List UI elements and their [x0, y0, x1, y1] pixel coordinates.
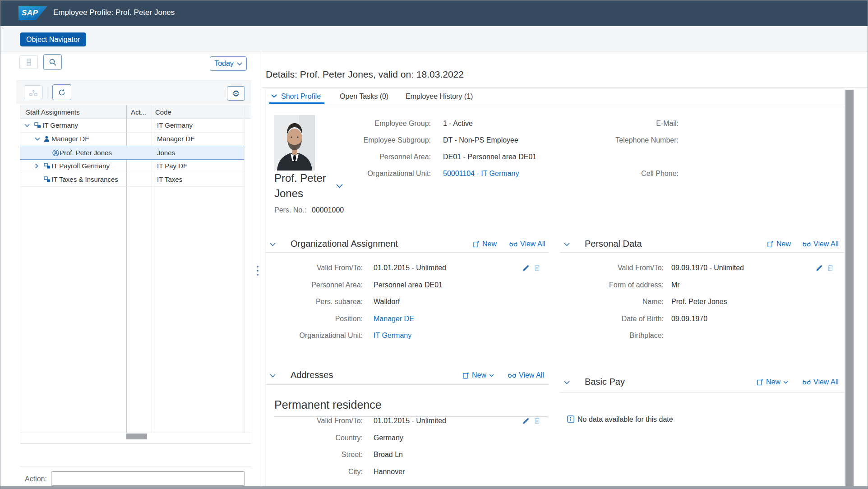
- tab-collapse-chevron-icon[interactable]: [271, 94, 277, 98]
- field-value: 09.09.1970: [671, 315, 707, 323]
- org-assignment-view-all-button[interactable]: View All: [509, 240, 545, 248]
- org-chart-up-button[interactable]: [24, 85, 43, 99]
- field-value: Broad Ln: [374, 451, 403, 459]
- shell-title: Employee Profile: Prof. Peter Jones: [53, 8, 175, 17]
- addresses-title: Addresses: [291, 370, 333, 380]
- tab-short-profile[interactable]: Short Profile: [281, 92, 321, 101]
- sap-logo-text: SAP: [22, 9, 38, 18]
- toolbar-separator: [47, 87, 47, 98]
- org-assignment-new-button[interactable]: New: [473, 240, 497, 248]
- section-divider: [560, 252, 844, 253]
- details-title: Details: Prof. Peter Jones, valid on: 18…: [266, 69, 464, 80]
- chevron-down-icon[interactable]: [35, 137, 40, 141]
- object-navigator-button[interactable]: Object Navigator: [20, 32, 86, 46]
- scrollbar-thumb[interactable]: [126, 434, 147, 439]
- object-navigator-label: Object Navigator: [26, 36, 80, 44]
- org-unit-icon: [44, 163, 51, 169]
- delete-icon[interactable]: [534, 417, 540, 424]
- pers-no-value: 00001000: [312, 206, 344, 214]
- position-link[interactable]: Manager DE: [374, 315, 414, 323]
- expand-list-button[interactable]: [19, 55, 38, 69]
- field-label: Country:: [266, 434, 363, 442]
- chevron-down-icon: [237, 62, 242, 65]
- shell-header: SAP Employee Profile: Prof. Peter Jones: [0, 0, 868, 26]
- field-value: 1 - Active: [443, 120, 473, 128]
- action-input[interactable]: [51, 471, 245, 486]
- section-divider: [266, 384, 549, 385]
- field-label: Personnel Area:: [266, 281, 363, 289]
- pers-no-label: Pers. No.:: [274, 206, 306, 214]
- subheader-bar: [0, 26, 868, 51]
- personal-data-new-button[interactable]: New: [767, 240, 791, 248]
- column-header-staff-assignments[interactable]: Staff Assignments: [26, 105, 80, 119]
- details-scrollbar[interactable]: [845, 89, 854, 489]
- employee-photo: [274, 115, 315, 171]
- column-header-code[interactable]: Code: [155, 105, 171, 119]
- tree-row-it-germany[interactable]: IT Germany IT Germany: [20, 119, 244, 133]
- tree-row-it-payroll-germany[interactable]: IT Payroll Germany IT Pay DE: [20, 159, 244, 173]
- refresh-button[interactable]: [52, 84, 71, 100]
- tree-settings-button[interactable]: ⚙: [227, 86, 245, 101]
- field-value: Prof. Peter Jones: [671, 298, 727, 306]
- section-divider: [560, 392, 844, 392]
- window-bottom-edge: [0, 486, 868, 489]
- tree-row-it-taxes-insurances[interactable]: IT Taxes & Insurances IT Taxes: [20, 173, 244, 187]
- details-title-divider: [262, 87, 868, 88]
- personal-data-view-all-button[interactable]: View All: [803, 240, 839, 248]
- org-unit-icon: [44, 176, 51, 183]
- refresh-icon: [58, 88, 66, 97]
- field-value: Walldorf: [374, 298, 400, 306]
- tab-employee-history[interactable]: Employee History (1): [406, 92, 473, 101]
- field-label: Pers. subarea:: [266, 298, 363, 306]
- chevron-down-icon[interactable]: [24, 124, 30, 127]
- basic-pay-view-all-button[interactable]: View All: [803, 378, 839, 386]
- today-label: Today: [214, 60, 234, 68]
- today-dropdown-button[interactable]: Today: [210, 56, 247, 71]
- section-collapse-icon[interactable]: [564, 381, 570, 384]
- section-collapse-icon[interactable]: [270, 374, 276, 378]
- delete-icon[interactable]: [534, 264, 540, 271]
- field-label: Valid From/To:: [266, 264, 363, 272]
- edit-icon[interactable]: [523, 265, 529, 271]
- field-value: 01.01.2015 - Unlimited: [374, 417, 446, 425]
- field-value: Hannover: [374, 468, 405, 476]
- chevron-right-icon[interactable]: [35, 163, 38, 169]
- column-header-act[interactable]: Act...: [131, 105, 146, 119]
- org-unit-link[interactable]: 50001104 - IT Germany: [443, 170, 519, 178]
- search-icon: [49, 58, 57, 66]
- addresses-new-button[interactable]: New: [463, 371, 494, 379]
- field-value: Personnel area DE01: [374, 281, 443, 289]
- tree-row-prof-peter-jones[interactable]: Prof. Peter Jones Jones: [20, 146, 244, 160]
- chevron-down-icon: [783, 381, 788, 384]
- person-icon: [44, 136, 50, 142]
- new-document-icon: [473, 240, 480, 248]
- table-header-row: Staff Assignments Act... Code: [20, 105, 251, 119]
- field-label: E-Mail:: [578, 120, 679, 128]
- gear-icon: ⚙: [232, 89, 240, 98]
- edit-icon[interactable]: [523, 418, 529, 424]
- panel-splitter-handle[interactable]: [255, 264, 260, 277]
- tree-horizontal-scrollbar[interactable]: [20, 433, 251, 440]
- org-unit-icon: [34, 122, 41, 129]
- org-chart-up-icon: [29, 89, 37, 96]
- search-button[interactable]: [43, 54, 62, 70]
- edit-icon[interactable]: [816, 265, 822, 271]
- new-document-icon: [463, 372, 469, 379]
- org-unit-link[interactable]: IT Germany: [374, 332, 411, 340]
- glasses-icon: [803, 242, 811, 247]
- basic-pay-new-button[interactable]: New: [757, 378, 788, 386]
- scrollbar-thumb[interactable]: [845, 90, 854, 489]
- field-value: Mr: [671, 281, 680, 289]
- section-collapse-icon[interactable]: [564, 243, 570, 246]
- application-window: SAP Employee Profile: Prof. Peter Jones …: [0, 0, 868, 489]
- field-value: 01.01.2015 - Unlimited: [374, 264, 446, 272]
- addresses-view-all-button[interactable]: View All: [508, 371, 544, 379]
- field-label: Employee Group:: [316, 120, 431, 128]
- delete-icon[interactable]: [827, 264, 833, 271]
- sap-logo: SAP: [18, 6, 47, 20]
- section-divider: [266, 252, 549, 253]
- tree-row-manager-de[interactable]: Manager DE Manager DE: [20, 132, 244, 146]
- tab-open-tasks[interactable]: Open Tasks (0): [340, 92, 388, 101]
- section-collapse-icon[interactable]: [270, 243, 276, 246]
- employee-name-chevron-icon[interactable]: [336, 184, 343, 188]
